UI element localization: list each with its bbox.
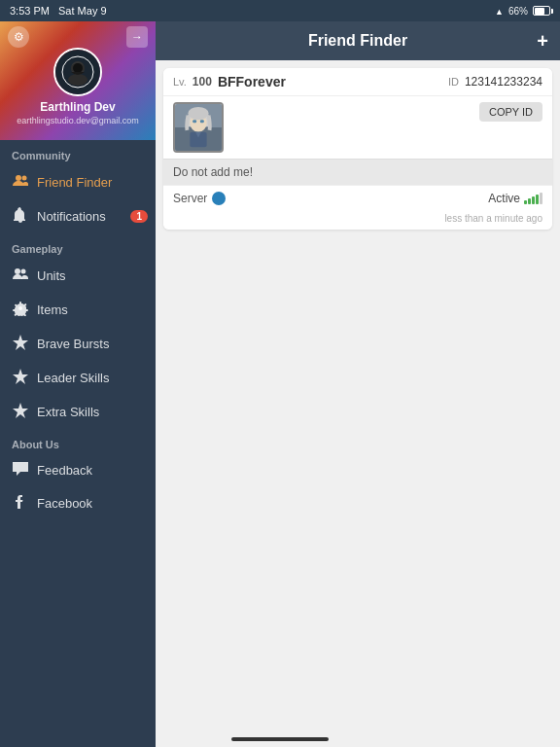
- sidebar-item-friend-finder-label: Friend Finder: [37, 175, 112, 190]
- lv-number: 100: [192, 75, 212, 89]
- sidebar-item-units-label: Units: [37, 268, 66, 283]
- friend-id-label: ID: [448, 76, 459, 88]
- signal-bar-1: [524, 200, 527, 204]
- sidebar-item-brave-bursts-label: Brave Bursts: [37, 337, 109, 351]
- notifications-icon: [12, 207, 29, 226]
- home-indicator: [231, 737, 329, 741]
- sidebar-item-items-label: Items: [37, 302, 68, 317]
- sidebar-item-facebook-label: Facebook: [37, 496, 92, 511]
- settings-icon-button[interactable]: ⚙: [8, 26, 29, 48]
- svg-point-8: [21, 269, 26, 274]
- server-info: Server: [173, 192, 226, 205]
- battery-percent: 66%: [508, 6, 528, 17]
- server-label: Server: [173, 192, 207, 205]
- svg-rect-15: [192, 120, 196, 123]
- svg-point-6: [22, 176, 27, 181]
- sidebar-item-items[interactable]: Items: [0, 293, 156, 327]
- friend-id-value: 123141233234: [465, 75, 542, 89]
- sidebar-item-extra-skills-label: Extra Skills: [37, 405, 99, 419]
- sidebar-item-notifications-label: Notifications: [37, 209, 106, 224]
- signal-bar-2: [528, 198, 531, 204]
- timestamp-text: less than a minute ago: [444, 213, 542, 224]
- lv-label: Lv.: [173, 76, 187, 88]
- copy-id-button[interactable]: COPY ID: [479, 102, 542, 122]
- facebook-icon: [12, 494, 29, 513]
- notifications-badge: 1: [130, 210, 148, 223]
- svg-point-3: [73, 63, 83, 73]
- friend-bio-section: Do not add me!: [163, 159, 552, 185]
- sidebar-item-units[interactable]: Units: [0, 259, 156, 293]
- sidebar-item-leader-skills-label: Leader Skills: [37, 371, 109, 385]
- signal-bars-icon: [524, 193, 542, 204]
- svg-point-4: [68, 74, 88, 86]
- status-time-date: 3:53 PM Sat May 9: [10, 5, 107, 17]
- brave-bursts-icon: [12, 335, 29, 353]
- friend-status-section: Server Active: [163, 185, 552, 211]
- svg-point-5: [16, 175, 21, 181]
- leader-skills-icon: [12, 369, 29, 387]
- status-time: 3:53 PM: [10, 5, 50, 17]
- sidebar-item-facebook[interactable]: Facebook: [0, 486, 156, 520]
- units-icon: [12, 267, 29, 285]
- sidebar-item-friend-finder[interactable]: Friend Finder: [0, 165, 156, 199]
- app-layout: ⚙ → Earthling Dev earthlingstu: [0, 21, 560, 747]
- section-label-community: Community: [0, 140, 156, 165]
- friend-level-name: Lv.100 BFForever: [173, 74, 286, 89]
- feedback-icon: [12, 462, 29, 479]
- avatar-svg: [60, 54, 95, 89]
- friend-id-section: ID 123141233234: [448, 75, 542, 89]
- sidebar-item-leader-skills[interactable]: Leader Skills: [0, 361, 156, 395]
- avatar: [53, 48, 102, 96]
- top-bar: Friend Finder +: [156, 21, 560, 60]
- friend-finder-icon: [12, 173, 29, 192]
- svg-rect-16: [200, 120, 204, 123]
- battery-fill: [535, 8, 544, 15]
- battery-icon: [533, 6, 550, 16]
- extra-skills-icon: [12, 403, 29, 421]
- section-label-about-us: About Us: [0, 429, 156, 454]
- avatar-inner: [55, 50, 100, 94]
- sidebar: ⚙ → Earthling Dev earthlingstu: [0, 21, 156, 747]
- sidebar-item-feedback-label: Feedback: [37, 463, 92, 478]
- wifi-icon: [495, 5, 504, 17]
- status-bar: 3:53 PM Sat May 9 66%: [0, 0, 560, 21]
- user-email: earthlingstudio.dev@gmail.com: [17, 116, 139, 125]
- active-label: Active: [488, 192, 520, 205]
- svg-point-7: [15, 268, 20, 274]
- sidebar-item-brave-bursts[interactable]: Brave Bursts: [0, 327, 156, 361]
- items-icon: [12, 301, 29, 319]
- friend-card-header: Lv.100 BFForever ID 123141233234: [163, 68, 552, 95]
- signal-bar-5: [540, 193, 542, 204]
- main-content: Friend Finder + Lv.100 BFForever ID 1231…: [156, 21, 560, 747]
- forward-icon-button[interactable]: →: [126, 26, 148, 48]
- unit-portrait: [173, 102, 224, 153]
- user-name: Earthling Dev: [40, 100, 115, 114]
- sidebar-header-icons: ⚙ →: [0, 26, 156, 48]
- add-friend-button[interactable]: +: [537, 30, 548, 53]
- sidebar-item-notifications[interactable]: Notifications 1: [0, 199, 156, 233]
- friend-bio-text: Do not add me!: [173, 165, 253, 179]
- server-globe-icon: [212, 192, 226, 205]
- sidebar-item-feedback[interactable]: Feedback: [0, 454, 156, 486]
- sidebar-header: ⚙ → Earthling Dev earthlingstu: [0, 21, 156, 140]
- svg-point-17: [188, 107, 208, 120]
- friend-card: Lv.100 BFForever ID 123141233234: [163, 68, 552, 230]
- character-portrait-svg: [175, 103, 222, 152]
- status-right: 66%: [495, 5, 550, 17]
- sidebar-item-extra-skills[interactable]: Extra Skills: [0, 395, 156, 429]
- content-area: Lv.100 BFForever ID 123141233234: [156, 60, 560, 747]
- active-status: Active: [488, 192, 542, 205]
- section-label-gameplay: Gameplay: [0, 233, 156, 259]
- top-bar-title: Friend Finder: [308, 32, 407, 50]
- friend-card-body: COPY ID: [163, 95, 552, 159]
- friend-name: BFForever: [218, 74, 286, 89]
- status-date: Sat May 9: [58, 5, 107, 17]
- timestamp-row: less than a minute ago: [163, 211, 552, 230]
- signal-bar-3: [532, 196, 535, 204]
- unit-portrait-inner: [175, 104, 222, 151]
- signal-bar-4: [536, 195, 539, 204]
